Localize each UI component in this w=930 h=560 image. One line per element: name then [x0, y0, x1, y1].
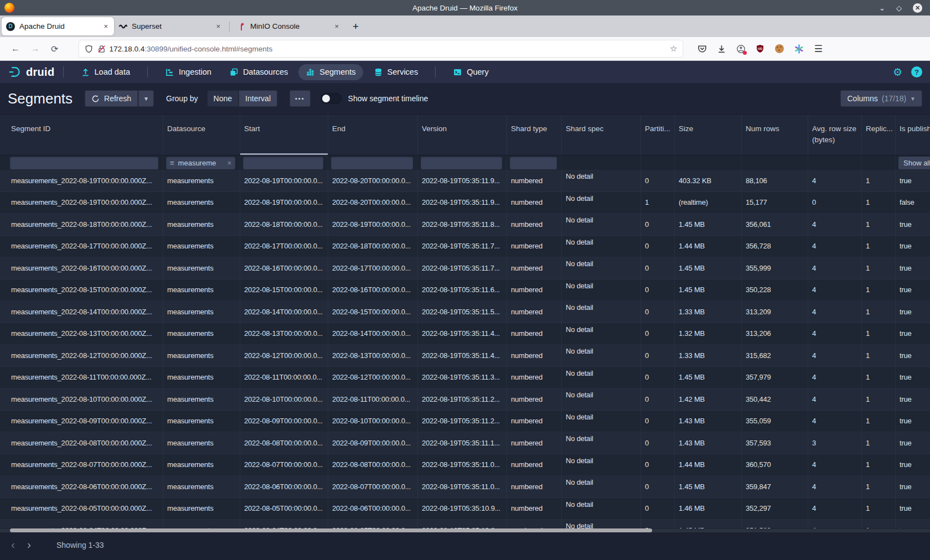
- cell-segment-id[interactable]: measurements_2022-08-19T00:00:00.000Z...: [7, 192, 163, 214]
- cell-end[interactable]: 2022-08-17T00:00:00.0...: [328, 257, 418, 279]
- cell-segment-id[interactable]: measurements_2022-08-04T00:00:00.000Z...: [7, 520, 163, 528]
- cell-segment-id[interactable]: measurements_2022-08-15T00:00:00.000Z...: [7, 279, 163, 301]
- filter-input-shard-type[interactable]: [510, 157, 557, 169]
- cell-start[interactable]: 2022-08-08T00:00:00.0...: [240, 432, 328, 454]
- lock-insecure-icon[interactable]: [97, 45, 106, 53]
- cell-start[interactable]: 2022-08-14T00:00:00.0...: [240, 301, 328, 323]
- cell-is-published[interactable]: true: [896, 432, 930, 454]
- minimize-icon[interactable]: ⌄: [879, 4, 885, 12]
- cell-shard-spec[interactable]: No detail: [562, 498, 641, 520]
- cell-shard-spec[interactable]: No detail: [562, 236, 641, 257]
- cell-replic[interactable]: 1: [862, 345, 896, 366]
- cell-version[interactable]: 2022-08-19T05:35:11.8...: [418, 214, 507, 235]
- cell-num-rows[interactable]: 88,106: [742, 170, 808, 191]
- cell-is-published[interactable]: true: [896, 345, 930, 366]
- cell-is-published[interactable]: true: [896, 236, 930, 257]
- cell-num-rows[interactable]: 357,979: [742, 367, 808, 388]
- cell-segment-id[interactable]: measurements_2022-08-12T00:00:00.000Z...: [7, 345, 163, 366]
- cell-is-published[interactable]: true: [896, 257, 930, 279]
- cell-num-rows[interactable]: 350,442: [742, 388, 808, 410]
- cell-datasource[interactable]: measurements: [163, 301, 240, 323]
- cell-version[interactable]: 2022-08-19T05:35:11.1...: [418, 432, 507, 454]
- cell-start[interactable]: 2022-08-19T00:00:00.0...: [240, 192, 328, 214]
- cell-is-published[interactable]: true: [896, 279, 930, 301]
- cell-num-rows[interactable]: 313,206: [742, 323, 808, 345]
- column-header-num-rows[interactable]: Num rows: [742, 115, 808, 155]
- cell-replic[interactable]: 1: [862, 454, 896, 476]
- cell-start[interactable]: 2022-08-11T00:00:00.0...: [240, 367, 328, 388]
- druid-logo[interactable]: druid: [8, 65, 55, 79]
- cell-shard-spec[interactable]: No detail: [562, 367, 641, 388]
- cell-datasource[interactable]: measurements: [163, 236, 240, 257]
- download-icon[interactable]: [716, 44, 726, 54]
- cell-end[interactable]: 2022-08-20T00:00:00.0...: [328, 192, 418, 214]
- cell-segment-id[interactable]: measurements_2022-08-10T00:00:00.000Z...: [7, 388, 163, 410]
- horizontal-scrollbar[interactable]: [0, 528, 930, 533]
- cell-shard-spec[interactable]: No detail: [562, 279, 641, 301]
- cell-partiti[interactable]: 0: [641, 323, 675, 345]
- cell-shard-type[interactable]: numbered: [507, 323, 562, 345]
- cell-replic[interactable]: 1: [862, 498, 896, 520]
- column-header-shard-spec[interactable]: Shard spec: [562, 115, 641, 155]
- cell-replic[interactable]: 1: [862, 170, 896, 191]
- cell-is-published[interactable]: true: [896, 301, 930, 323]
- cell-size[interactable]: 1.45 MB: [675, 257, 742, 279]
- column-header-is-published[interactable]: Is published: [896, 115, 930, 155]
- cell-avg-row-size-bytes[interactable]: 4: [808, 323, 862, 345]
- cell-size[interactable]: 403.32 KB: [675, 170, 742, 191]
- cell-num-rows[interactable]: 356,061: [742, 214, 808, 235]
- cell-start[interactable]: 2022-08-17T00:00:00.0...: [240, 236, 328, 257]
- cell-start[interactable]: 2022-08-07T00:00:00.0...: [240, 454, 328, 476]
- cell-datasource[interactable]: measurements: [163, 345, 240, 366]
- pocket-icon[interactable]: [697, 44, 707, 54]
- cell-version[interactable]: 2022-08-19T05:35:11.9...: [418, 170, 507, 191]
- cell-end[interactable]: 2022-08-07T00:00:00.0...: [328, 476, 418, 497]
- cell-start[interactable]: 2022-08-06T00:00:00.0...: [240, 476, 328, 497]
- cell-datasource[interactable]: measurements: [163, 170, 240, 191]
- cell-version[interactable]: 2022-08-19T05:35:11.2...: [418, 388, 507, 410]
- cell-shard-spec[interactable]: No detail: [562, 411, 641, 432]
- cell-datasource[interactable]: measurements: [163, 520, 240, 528]
- cell-avg-row-size-bytes[interactable]: 4: [808, 345, 862, 366]
- cell-avg-row-size-bytes[interactable]: 4: [808, 301, 862, 323]
- cell-datasource[interactable]: measurements: [163, 498, 240, 520]
- cell-partiti[interactable]: 0: [641, 170, 675, 191]
- cell-version[interactable]: 2022-08-19T05:35:11.4...: [418, 345, 507, 366]
- cell-version[interactable]: 2022-08-19T05:35:11.7...: [418, 236, 507, 257]
- cell-replic[interactable]: 1: [862, 476, 896, 497]
- cell-avg-row-size-bytes[interactable]: 4: [808, 279, 862, 301]
- column-header-end[interactable]: End: [328, 115, 418, 155]
- cell-is-published[interactable]: true: [896, 476, 930, 497]
- cell-size[interactable]: 1.32 MB: [675, 323, 742, 345]
- cell-shard-spec[interactable]: No detail: [562, 476, 641, 497]
- tab-apache-druid[interactable]: D Apache Druid ×: [2, 17, 114, 35]
- columns-button[interactable]: Columns (17/18) ▼: [840, 90, 922, 107]
- cell-segment-id[interactable]: measurements_2022-08-08T00:00:00.000Z...: [7, 432, 163, 454]
- cell-avg-row-size-bytes[interactable]: 4: [808, 257, 862, 279]
- cell-end[interactable]: 2022-08-16T00:00:00.0...: [328, 279, 418, 301]
- cell-end[interactable]: 2022-08-20T00:00:00.0...: [328, 170, 418, 191]
- cell-replic[interactable]: 1: [862, 388, 896, 410]
- filter-input-datasource[interactable]: =measureme×: [166, 157, 235, 169]
- cell-version[interactable]: 2022-08-19T05:35:11.3...: [418, 367, 507, 388]
- chevron-left-icon[interactable]: ‹: [11, 540, 15, 549]
- cell-shard-type[interactable]: numbered: [507, 454, 562, 476]
- cell-datasource[interactable]: measurements: [163, 367, 240, 388]
- cell-replic[interactable]: 1: [862, 214, 896, 235]
- cell-partiti[interactable]: 0: [641, 476, 675, 497]
- cell-datasource[interactable]: measurements: [163, 476, 240, 497]
- cell-size[interactable]: 1.43 MB: [675, 411, 742, 432]
- cell-avg-row-size-bytes[interactable]: 3: [808, 432, 862, 454]
- cell-end[interactable]: 2022-08-15T00:00:00.0...: [328, 301, 418, 323]
- cell-size[interactable]: 1.45 MB: [675, 476, 742, 497]
- cell-is-published[interactable]: true: [896, 498, 930, 520]
- cell-start[interactable]: 2022-08-09T00:00:00.0...: [240, 411, 328, 432]
- cell-datasource[interactable]: measurements: [163, 214, 240, 235]
- cell-version[interactable]: 2022-08-19T05:35:11.6...: [418, 279, 507, 301]
- cell-avg-row-size-bytes[interactable]: 0: [808, 192, 862, 214]
- cell-num-rows[interactable]: 313,209: [742, 301, 808, 323]
- column-header-partiti[interactable]: Partiti...: [641, 115, 675, 155]
- cell-version[interactable]: 2022-08-19T05:35:11.4...: [418, 323, 507, 345]
- cell-replic[interactable]: 1: [862, 323, 896, 345]
- cell-partiti[interactable]: 0: [641, 367, 675, 388]
